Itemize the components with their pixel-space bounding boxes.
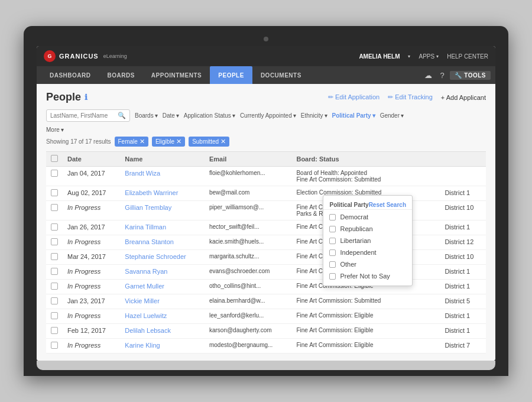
apps-button[interactable]: APPS ▾ (419, 53, 439, 60)
row-name[interactable]: Breanna Stanton (120, 235, 205, 250)
row-name[interactable]: Delilah Lebsack (120, 324, 205, 339)
row-email: karson@daugherty.com (205, 324, 292, 339)
row-name[interactable]: Savanna Ryan (120, 265, 205, 280)
dropdown-item[interactable]: Independent (323, 247, 412, 258)
app-status-filter[interactable]: Application Status ▾ (184, 112, 235, 119)
search-icon: 🔍 (118, 112, 126, 119)
remove-female-tag[interactable]: ✕ (140, 138, 145, 145)
filter-tag-female[interactable]: Female ✕ (115, 137, 148, 147)
row-checkbox[interactable] (46, 324, 63, 339)
nav-boards[interactable]: BOARDS (99, 66, 143, 84)
dropdown-option-label: Libertarian (340, 237, 371, 244)
row-date: In Progress (63, 309, 120, 324)
active-filters: Showing 17 of 17 results Female ✕ Eligib… (46, 137, 486, 147)
more-chevron: ▾ (61, 127, 64, 133)
nav-bar: DASHBOARD BOARDS APPOINTMENTS PEOPLE DOC… (37, 66, 495, 84)
row-name[interactable]: Gillian Tremblay (120, 201, 205, 221)
row-name[interactable]: Garnet Muller (120, 280, 205, 294)
nav-right: ☁ ? 🔧 TOOLS (421, 66, 491, 84)
search-box[interactable]: 🔍 (46, 109, 130, 122)
row-checkbox[interactable] (46, 309, 63, 324)
dropdown-item[interactable]: Republican (323, 223, 412, 235)
boards-filter[interactable]: Boards ▾ (135, 112, 158, 119)
political-party-dropdown: Political Party Reset Search DemocratRep… (323, 195, 413, 286)
filter-tag-submitted[interactable]: Submitted ✕ (189, 137, 229, 147)
filter-tag-eligible[interactable]: Eligible ✕ (152, 137, 185, 147)
row-checkbox[interactable] (46, 339, 63, 354)
row-date: In Progress (63, 235, 120, 250)
row-name[interactable]: Brandt Wiza (120, 167, 205, 186)
edit-tracking-button[interactable]: ✏ Edit Tracking (388, 93, 433, 101)
more-filter[interactable]: More ▾ (46, 127, 486, 133)
table-row: Aug 02, 2017 Elizabeth Warriner bew@mail… (46, 186, 486, 201)
political-party-filter[interactable]: Political Party ▾ (332, 112, 375, 119)
nav-appointments[interactable]: APPOINTMENTS (143, 66, 210, 84)
help-icon[interactable]: ? (437, 70, 447, 81)
row-email: margarita.schultz... (205, 250, 292, 265)
nav-dashboard[interactable]: DASHBOARD (41, 66, 99, 84)
currently-appointed-filter[interactable]: Currently Appointed ▾ (240, 112, 296, 119)
row-checkbox[interactable] (46, 235, 63, 250)
remove-submitted-tag[interactable]: ✕ (220, 138, 226, 145)
row-checkbox[interactable] (46, 294, 63, 309)
row-email: kacie.smith@huels... (205, 235, 292, 250)
row-name[interactable]: Vickie Miller (120, 294, 205, 309)
upload-icon[interactable]: ☁ (421, 70, 435, 81)
search-input[interactable] (50, 112, 115, 119)
row-district: District 1 (440, 309, 486, 324)
row-district: District 7 (440, 339, 486, 354)
app-header: G GRANICUS eLearning AMELIA HELM ▾ APPS … (37, 46, 495, 66)
dropdown-item[interactable]: Democrat (323, 211, 412, 223)
ethnicity-filter[interactable]: Ethnicity ▾ (301, 112, 327, 119)
row-board-status: Fine Art Commission: Submitted (291, 294, 440, 309)
row-name[interactable]: Stephanie Schroeder (120, 250, 205, 265)
row-name[interactable]: Karine Kling (120, 339, 205, 354)
remove-eligible-tag[interactable]: ✕ (176, 138, 181, 145)
row-date: Feb 12, 2017 (63, 324, 120, 339)
row-district: District 12 (440, 235, 486, 250)
dropdown-item[interactable]: Libertarian (323, 235, 412, 247)
table-row: Jan 23, 2017 Vickie Miller elaina.bernha… (46, 294, 486, 309)
reset-search-link[interactable]: Reset Search (369, 202, 406, 208)
board-status-column-header: Board: Status (291, 152, 440, 167)
row-checkbox[interactable] (46, 280, 63, 294)
dropdown-item[interactable]: Other (323, 258, 412, 270)
row-district: District 1 (440, 265, 486, 280)
gender-filter[interactable]: Gender ▾ (380, 112, 404, 119)
user-name: AMELIA HELM (359, 53, 400, 60)
row-district: District 1 (440, 280, 486, 294)
row-checkbox[interactable] (46, 250, 63, 265)
row-checkbox[interactable] (46, 167, 63, 186)
help-center-button[interactable]: HELP CENTER (447, 53, 488, 60)
dropdown-checkbox (329, 273, 336, 280)
page-title: People (46, 91, 81, 103)
row-name[interactable]: Hazel Luelwitz (120, 309, 205, 324)
dropdown-checkbox (329, 214, 336, 221)
screen: G GRANICUS eLearning AMELIA HELM ▾ APPS … (37, 46, 495, 361)
row-checkbox[interactable] (46, 186, 63, 201)
row-name[interactable]: Elizabeth Warriner (120, 186, 205, 201)
row-name[interactable]: Karina Tillman (120, 221, 205, 235)
tools-button[interactable]: 🔧 TOOLS (450, 71, 491, 80)
row-board-status: Fine Art Commission: Eligible (291, 339, 440, 354)
edit-application-button[interactable]: ✏ Edit Application (328, 93, 379, 101)
nav-documents[interactable]: DOCUMENTS (252, 66, 310, 84)
select-all-header[interactable] (46, 152, 63, 167)
dropdown-item[interactable]: Prefer Not to Say (323, 270, 412, 282)
user-chevron[interactable]: ▾ (408, 54, 410, 59)
row-checkbox[interactable] (46, 265, 63, 280)
row-checkbox[interactable] (46, 201, 63, 221)
date-chevron: ▾ (176, 112, 179, 119)
dropdown-options: DemocratRepublicanLibertarianIndependent… (323, 211, 412, 282)
header-right: AMELIA HELM ▾ APPS ▾ HELP CENTER (359, 53, 488, 60)
row-checkbox[interactable] (46, 221, 63, 235)
dropdown-option-label: Other (340, 261, 356, 268)
add-applicant-button[interactable]: + Add Applicant (441, 94, 486, 101)
nav-people[interactable]: PEOPLE (210, 66, 252, 84)
row-email: elaina.bernhard@w... (205, 294, 292, 309)
row-district: District 10 (440, 250, 486, 265)
dropdown-checkbox (329, 226, 336, 232)
date-filter[interactable]: Date ▾ (163, 112, 179, 119)
table-row: Jan 04, 2017 Brandt Wiza floie@kohlerhom… (46, 167, 486, 186)
wrench-icon: 🔧 (455, 72, 462, 79)
